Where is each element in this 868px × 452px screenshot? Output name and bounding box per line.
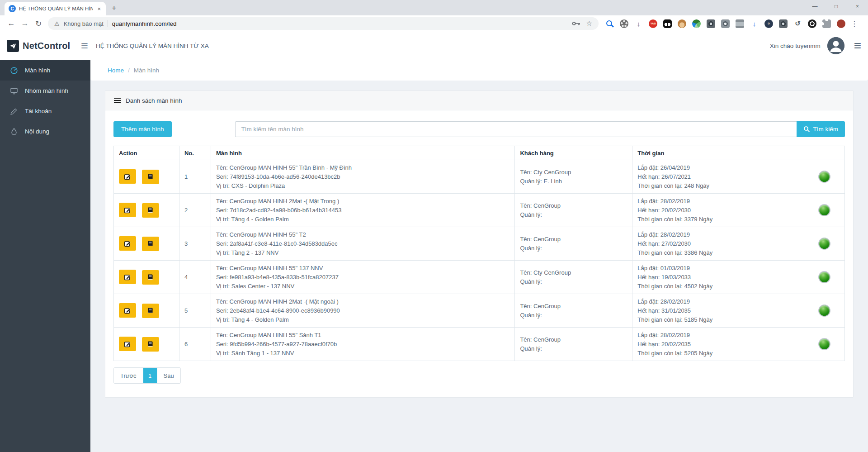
red-dot-extension-icon[interactable] [837,19,845,28]
customer-name: Tên: CenGroup [520,235,627,243]
screenshot-camera-extension-icon[interactable] [779,19,788,28]
time-expires: Hết hạn: 20/02/2030 [637,206,799,214]
row-number: 3 [179,227,211,261]
time-expires: Hết hạn: 27/02/2030 [637,239,799,248]
url-text[interactable]: quanlymanhinh.com/led [112,20,568,27]
row-number: 6 [179,328,211,361]
idm-extension-icon[interactable] [692,19,701,28]
screen-serial: Seri: 7d18c2ad-cd82-4a98-b06b-b61a4b3144… [216,206,510,214]
browser-menu-icon[interactable]: ⋮ [850,19,859,28]
film-reel-extension-icon[interactable] [620,19,628,28]
search-extension-icon[interactable] [605,19,614,28]
time-remaining: Thời gian còn lại: 3386 Ngày [637,248,799,257]
search-input[interactable] [235,121,797,137]
window-maximize-button[interactable]: □ [826,0,847,13]
log-book-button[interactable] [142,237,159,251]
breadcrumb-home-link[interactable]: Home [108,67,124,74]
sidebar-item-man-hinh[interactable]: Màn hình [0,60,90,81]
webcam-extension-icon[interactable] [707,19,715,28]
screen-location: Vị trí: Sảnh Tầng 1 - 137 NNV [216,349,510,357]
log-book-button[interactable] [142,170,159,184]
puzzle-extension-icon[interactable] [822,19,831,28]
bookmark-star-icon[interactable]: ☆ [586,19,592,28]
book-icon [147,240,154,247]
customer-name: Tên: CenGroup [520,302,627,310]
breadcrumb-separator: / [128,67,130,74]
back-button[interactable]: ← [5,19,18,28]
table-row: 2 Tên: CenGroup MAN HINH 2Mat -( Mặt Tro… [114,194,845,227]
binoculars-extension-icon[interactable] [663,19,672,28]
download-arrow-extension-icon[interactable]: ↓ [634,19,643,28]
extensions-area: ↓YAB↓D↺ [605,19,845,28]
tab-close-icon[interactable]: × [96,5,102,12]
edit-pencil-icon [124,173,131,180]
table-row: 1 Tên: CenGroup MAN HINH 55" Trần Bình -… [114,160,845,194]
pagination-prev-button[interactable]: Trước [114,368,143,383]
password-key-icon[interactable] [572,21,581,26]
time-remaining: Thời gian còn lại: 5205 Ngày [637,349,799,357]
edit-button[interactable] [119,203,136,217]
avatar[interactable] [827,37,844,54]
book-icon [147,173,154,180]
search-button[interactable]: Tìm kiếm [797,121,845,137]
tab-title: HỆ THỐNG QUẢN LÝ MÀN HÌNH [19,6,93,11]
sidebar-toggle-icon[interactable]: ≡ [81,40,88,52]
sidebar-item-noi-dung[interactable]: Nội dung [0,121,90,142]
history-extension-icon[interactable]: ↺ [793,19,802,28]
netcontrol-logo-icon [7,40,19,52]
blue-download-extension-icon[interactable]: ↓ [750,19,759,28]
window-close-button[interactable]: × [847,0,868,13]
photo-camera-extension-icon[interactable] [721,19,730,28]
time-expires: Hết hạn: 20/02/2035 [637,340,799,348]
sidebar-item-nhom-man-hinh[interactable]: Nhóm màn hình [0,81,90,101]
browser-tab[interactable]: C HỆ THỐNG QUẢN LÝ MÀN HÌNH × [5,2,106,15]
edit-button[interactable] [119,236,136,251]
right-menu-icon[interactable]: ≡ [854,39,861,52]
d-badge-extension-icon[interactable]: D [764,19,773,28]
pagination-page-1-button[interactable]: 1 [143,368,157,383]
sidebar: Màn hình Nhóm màn hình Tài khoản Nội dun… [0,60,90,452]
security-label: Không bảo mật [64,20,104,27]
edit-button[interactable] [119,337,136,351]
customer-name: Tên: Cty CenGroup [520,268,627,277]
time-remaining: Thời gian còn lại: 4502 Ngày [637,282,799,290]
sidebar-item-tai-khoan[interactable]: Tài khoản [0,101,90,121]
ring-extension-icon[interactable] [808,19,816,28]
pagination-next-button[interactable]: Sau [157,368,180,383]
edit-button[interactable] [119,169,136,184]
printer-extension-icon[interactable] [736,19,744,28]
customer-manager: Quản lý: [520,244,627,252]
log-book-button[interactable] [142,270,159,285]
yab-extension-icon[interactable]: YAB [649,19,657,28]
book-icon [147,307,154,314]
customer-name: Tên: Cty CenGroup [520,168,627,176]
table-row: 5 Tên: CenGroup MAN HINH 2Mat -( Mặt ngo… [114,294,845,328]
log-book-button[interactable] [142,337,159,352]
screen-name: Tên: CenGroup MAN HINH 2Mat -( Mặt Trong… [216,197,510,205]
log-book-button[interactable] [142,203,159,218]
address-bar[interactable]: ⚠ Không bảo mật quanlymanhinh.com/led ☆ [48,17,599,30]
window-minimize-button[interactable]: — [804,0,826,13]
time-remaining: Thời gian còn lại: 5185 Ngày [637,315,799,324]
screen-name: Tên: CenGroup MAN HINH 2Mat -( Mặt ngoài… [216,297,510,306]
edit-button[interactable] [119,270,136,284]
brand[interactable]: NetControl [0,40,70,52]
list-icon [114,98,121,104]
time-remaining: Thời gian còn lại: 248 Ngày [637,181,799,190]
add-screen-button[interactable]: Thêm màn hình [113,121,172,137]
log-book-button[interactable] [142,304,159,318]
time-installed: Lắp đặt: 28/02/2019 [637,331,799,339]
book-icon [147,207,154,214]
card-header: Danh sách màn hình [105,91,853,110]
screen-location: Vị trí: Tầng 4 - Golden Palm [216,315,510,324]
monkey-extension-icon[interactable] [678,19,686,28]
card-title: Danh sách màn hình [126,97,182,104]
reload-button[interactable]: ↻ [32,19,45,29]
window-controls: — □ × [804,0,868,13]
new-tab-button[interactable]: + [112,4,117,12]
security-warning-icon[interactable]: ⚠ [54,20,60,27]
customer-manager: Quản lý: [520,344,627,353]
edit-button[interactable] [119,303,136,318]
forward-button[interactable]: → [18,19,32,28]
customer-manager: Quản lý: [520,210,627,219]
